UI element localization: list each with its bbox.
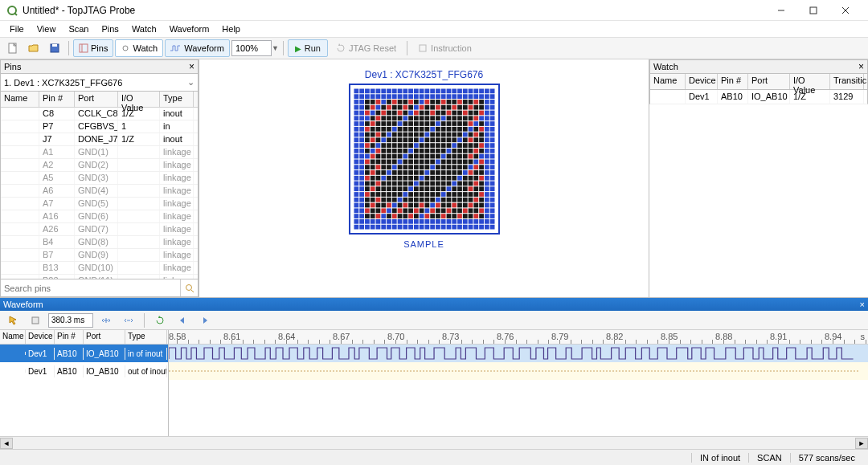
chevron-down-icon[interactable]: ▼	[272, 44, 279, 52]
search-button[interactable]	[180, 279, 198, 296]
pin-row[interactable]: J7DONE_J71/Zinout	[1, 133, 198, 146]
waveform-close-icon[interactable]: ×	[860, 300, 865, 309]
pin-row[interactable]: B7GND(9)linkage	[1, 249, 198, 262]
watch-panel: Watch× Name Device Pin # Port I/O Value …	[649, 59, 868, 297]
scroll-right-button[interactable]: ►	[855, 438, 868, 449]
next-button[interactable]	[195, 312, 215, 329]
wave-row[interactable]	[169, 345, 868, 362]
pins-col-pin[interactable]: Pin #	[39, 92, 75, 107]
close-button[interactable]	[829, 1, 862, 20]
pins-close-icon[interactable]: ×	[189, 61, 194, 72]
menu-watch[interactable]: Watch	[125, 22, 163, 35]
svg-rect-498	[436, 186, 440, 191]
svg-rect-606	[457, 208, 462, 213]
watch-pane-button[interactable]: Watch	[115, 39, 163, 57]
svg-rect-608	[468, 208, 473, 213]
wf-col-port[interactable]: Port	[84, 330, 125, 344]
svg-rect-108	[436, 105, 440, 110]
scroll-left-button[interactable]: ◄	[0, 438, 13, 449]
zoom-select[interactable]	[231, 40, 272, 56]
svg-rect-50	[403, 94, 407, 99]
watch-col-port[interactable]: Port	[748, 74, 790, 89]
svg-rect-480	[479, 182, 484, 186]
waveform-signal-row[interactable]: Dev1AB10IO_AB10out of inout	[0, 362, 168, 380]
zoom-out-button[interactable]	[119, 312, 138, 329]
pin-row[interactable]: B4GND(8)linkage	[1, 236, 198, 249]
pin-row[interactable]: A5GND(3)linkage	[1, 172, 198, 185]
svg-rect-330	[370, 154, 375, 159]
wave-row[interactable]	[169, 362, 868, 380]
watch-close-icon[interactable]: ×	[858, 61, 864, 72]
svg-rect-504	[468, 186, 473, 191]
pin-row[interactable]: A6GND(4)linkage	[1, 185, 198, 198]
pin-row[interactable]: A16GND(6)linkage	[1, 210, 198, 223]
watch-col-io[interactable]: I/O Value	[790, 74, 830, 89]
watch-col-trans[interactable]: Transitic	[830, 74, 864, 89]
record-button[interactable]	[26, 312, 45, 329]
pins-col-type[interactable]: Type	[160, 92, 194, 107]
watch-col-pin[interactable]: Pin #	[718, 74, 748, 89]
zoom-in-button[interactable]	[96, 312, 116, 329]
waveform-pane-button[interactable]: Waveform	[165, 39, 230, 57]
wf-col-device[interactable]: Device	[26, 330, 55, 344]
wf-col-type[interactable]: Type	[125, 330, 167, 344]
svg-rect-420	[436, 170, 440, 175]
bga-grid[interactable]	[349, 84, 500, 235]
instruction-button[interactable]: Instruction	[411, 39, 478, 57]
svg-rect-77	[408, 100, 413, 104]
svg-rect-686	[468, 225, 473, 230]
svg-rect-252	[370, 137, 375, 142]
menu-file[interactable]: File	[3, 22, 31, 35]
refresh-button[interactable]	[150, 312, 170, 329]
svg-rect-482	[489, 182, 494, 186]
minimize-button[interactable]	[765, 1, 797, 20]
svg-rect-519	[408, 192, 413, 197]
pins-col-io[interactable]: I/O Value	[118, 92, 160, 107]
pins-pane-button[interactable]: Pins	[73, 39, 113, 57]
time-input[interactable]	[48, 313, 93, 328]
pin-row[interactable]: A2GND(2)linkage	[1, 159, 198, 172]
maximize-button[interactable]	[797, 1, 829, 20]
svg-rect-289	[430, 143, 435, 148]
svg-rect-640	[359, 219, 364, 224]
svg-rect-205	[397, 127, 402, 132]
svg-rect-659	[462, 219, 467, 224]
watch-col-name[interactable]: Name	[650, 74, 686, 89]
pins-col-port[interactable]: Port	[75, 92, 118, 107]
horizontal-scrollbar[interactable]: ◄ ►	[0, 436, 868, 449]
svg-rect-462	[381, 182, 386, 186]
svg-rect-613	[354, 214, 358, 218]
pin-row[interactable]: B13GND(10)linkage	[1, 262, 198, 275]
pin-row[interactable]: A1GND(1)linkage	[1, 146, 198, 159]
pin-row[interactable]: C8CCLK_C81/Zinout	[1, 108, 198, 120]
svg-rect-638	[489, 214, 494, 218]
prev-button[interactable]	[173, 312, 192, 329]
watch-col-device[interactable]: Device	[686, 74, 718, 89]
device-selector[interactable]: 1. Dev1 : XC7K325T_FFG676⌄	[0, 74, 199, 92]
pins-col-name[interactable]: Name	[1, 92, 39, 107]
jtag-reset-button[interactable]: JTAG Reset	[330, 39, 403, 57]
svg-rect-97	[375, 105, 380, 110]
svg-rect-104	[413, 105, 418, 110]
waveform-signal-row[interactable]: Dev1AB10IO_AB10in of inout	[0, 345, 168, 362]
svg-rect-79	[419, 100, 424, 104]
menu-scan[interactable]: Scan	[62, 22, 95, 35]
open-button[interactable]	[24, 39, 43, 57]
pin-row[interactable]: A7GND(5)linkage	[1, 198, 198, 210]
wf-col-pin[interactable]: Pin #	[55, 330, 84, 344]
menu-help[interactable]: Help	[215, 22, 247, 35]
new-button[interactable]	[3, 39, 23, 57]
menu-waveform[interactable]: Waveform	[163, 22, 216, 35]
svg-rect-224	[359, 133, 364, 137]
menu-pins[interactable]: Pins	[95, 22, 125, 35]
menu-view[interactable]: View	[31, 22, 63, 35]
pin-row[interactable]: A26GND(7)linkage	[1, 223, 198, 236]
cursor-button[interactable]	[3, 312, 23, 329]
pin-row[interactable]: P7CFGBVS_P71in	[1, 120, 198, 133]
wf-col-name[interactable]: Name	[0, 330, 26, 344]
watch-row[interactable]: Dev1AB10IO_AB101/Z3129	[649, 90, 868, 104]
svg-rect-318	[446, 149, 451, 153]
save-button[interactable]	[45, 39, 64, 57]
search-input[interactable]	[1, 279, 180, 296]
run-button[interactable]: ▶Run	[288, 39, 328, 57]
